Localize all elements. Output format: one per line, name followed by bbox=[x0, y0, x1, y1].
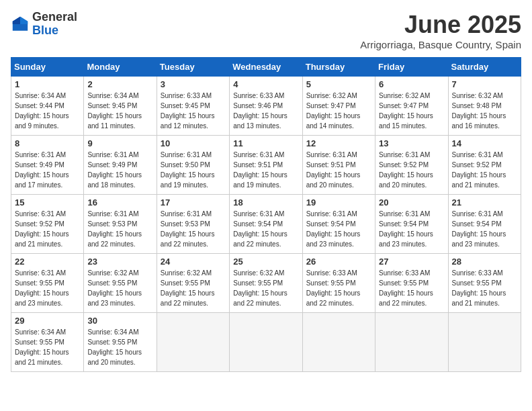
day-number: 22 bbox=[15, 257, 80, 267]
table-row: 23 Sunrise: 6:32 AM Sunset: 9:55 PM Dayl… bbox=[84, 254, 157, 313]
table-row: 1 Sunrise: 6:34 AM Sunset: 9:44 PM Dayli… bbox=[11, 77, 84, 136]
daylight: Daylight: 15 hours and 11 minutes. bbox=[87, 112, 142, 130]
day-info: Sunrise: 6:32 AM Sunset: 9:55 PM Dayligh… bbox=[233, 268, 298, 308]
sunrise: Sunrise: 6:33 AM bbox=[379, 269, 430, 277]
sunset: Sunset: 9:50 PM bbox=[161, 161, 210, 169]
day-number: 9 bbox=[87, 138, 152, 148]
table-row: 24 Sunrise: 6:32 AM Sunset: 9:55 PM Dayl… bbox=[157, 254, 229, 313]
sunset: Sunset: 9:54 PM bbox=[233, 220, 283, 228]
sunrise: Sunrise: 6:31 AM bbox=[452, 210, 503, 218]
sunrise: Sunrise: 6:32 AM bbox=[306, 92, 357, 99]
table-row: 3 Sunrise: 6:33 AM Sunset: 9:45 PM Dayli… bbox=[157, 77, 229, 136]
sunset: Sunset: 9:55 PM bbox=[15, 338, 64, 346]
day-number: 15 bbox=[15, 197, 80, 208]
table-row: 2 Sunrise: 6:34 AM Sunset: 9:45 PM Dayli… bbox=[84, 77, 157, 136]
sunrise: Sunrise: 6:31 AM bbox=[452, 151, 503, 158]
daylight: Daylight: 15 hours and 22 minutes. bbox=[306, 289, 361, 307]
day-number: 18 bbox=[233, 197, 298, 208]
table-row: 17 Sunrise: 6:31 AM Sunset: 9:53 PM Dayl… bbox=[157, 195, 229, 254]
day-info: Sunrise: 6:31 AM Sunset: 9:54 PM Dayligh… bbox=[233, 209, 298, 249]
day-number: 2 bbox=[87, 79, 152, 89]
table-row: 5 Sunrise: 6:32 AM Sunset: 9:47 PM Dayli… bbox=[302, 77, 375, 136]
sunset: Sunset: 9:46 PM bbox=[233, 102, 283, 109]
daylight: Daylight: 15 hours and 22 minutes. bbox=[379, 289, 433, 307]
sunset: Sunset: 9:51 PM bbox=[306, 161, 356, 169]
daylight: Daylight: 15 hours and 22 minutes. bbox=[233, 289, 287, 307]
sunset: Sunset: 9:47 PM bbox=[306, 102, 356, 109]
day-number: 21 bbox=[452, 197, 517, 208]
day-info: Sunrise: 6:31 AM Sunset: 9:54 PM Dayligh… bbox=[379, 209, 444, 249]
col-wednesday: Wednesday bbox=[230, 58, 302, 77]
table-row: 13 Sunrise: 6:31 AM Sunset: 9:52 PM Dayl… bbox=[375, 136, 448, 195]
weekday-header-row: Sunday Monday Tuesday Wednesday Thursday… bbox=[11, 58, 521, 77]
day-info: Sunrise: 6:34 AM Sunset: 9:44 PM Dayligh… bbox=[15, 91, 80, 131]
sunrise: Sunrise: 6:32 AM bbox=[379, 92, 430, 99]
table-row bbox=[157, 313, 229, 372]
day-number: 3 bbox=[161, 79, 226, 89]
sunset: Sunset: 9:52 PM bbox=[15, 220, 64, 228]
logo-blue: Blue bbox=[32, 24, 77, 38]
day-info: Sunrise: 6:31 AM Sunset: 9:54 PM Dayligh… bbox=[452, 209, 517, 249]
day-info: Sunrise: 6:31 AM Sunset: 9:51 PM Dayligh… bbox=[233, 150, 298, 190]
daylight: Daylight: 15 hours and 23 minutes. bbox=[87, 289, 142, 307]
day-info: Sunrise: 6:33 AM Sunset: 9:46 PM Dayligh… bbox=[233, 91, 298, 131]
sunrise: Sunrise: 6:31 AM bbox=[379, 210, 430, 218]
daylight: Daylight: 15 hours and 9 minutes. bbox=[15, 112, 69, 130]
table-row: 14 Sunrise: 6:31 AM Sunset: 9:52 PM Dayl… bbox=[448, 136, 521, 195]
day-info: Sunrise: 6:31 AM Sunset: 9:52 PM Dayligh… bbox=[452, 150, 517, 190]
daylight: Daylight: 15 hours and 21 minutes. bbox=[452, 171, 506, 189]
day-number: 5 bbox=[306, 79, 371, 89]
daylight: Daylight: 15 hours and 20 minutes. bbox=[379, 171, 433, 189]
daylight: Daylight: 15 hours and 12 minutes. bbox=[161, 112, 215, 130]
col-tuesday: Tuesday bbox=[157, 58, 229, 77]
table-row: 4 Sunrise: 6:33 AM Sunset: 9:46 PM Dayli… bbox=[230, 77, 302, 136]
table-row: 10 Sunrise: 6:31 AM Sunset: 9:50 PM Dayl… bbox=[157, 136, 229, 195]
col-thursday: Thursday bbox=[302, 58, 375, 77]
calendar-table: Sunday Monday Tuesday Wednesday Thursday… bbox=[11, 57, 521, 372]
table-row: 21 Sunrise: 6:31 AM Sunset: 9:54 PM Dayl… bbox=[448, 195, 521, 254]
sunset: Sunset: 9:55 PM bbox=[379, 279, 429, 287]
day-number: 13 bbox=[379, 138, 444, 148]
day-info: Sunrise: 6:32 AM Sunset: 9:48 PM Dayligh… bbox=[452, 91, 517, 131]
sunset: Sunset: 9:55 PM bbox=[87, 279, 137, 287]
day-info: Sunrise: 6:31 AM Sunset: 9:54 PM Dayligh… bbox=[306, 209, 371, 249]
table-row: 15 Sunrise: 6:31 AM Sunset: 9:52 PM Dayl… bbox=[11, 195, 84, 254]
sunset: Sunset: 9:54 PM bbox=[306, 220, 356, 228]
day-info: Sunrise: 6:33 AM Sunset: 9:55 PM Dayligh… bbox=[379, 268, 444, 308]
table-row: 22 Sunrise: 6:31 AM Sunset: 9:55 PM Dayl… bbox=[11, 254, 84, 313]
sunrise: Sunrise: 6:31 AM bbox=[87, 210, 138, 218]
day-info: Sunrise: 6:31 AM Sunset: 9:52 PM Dayligh… bbox=[15, 209, 80, 249]
daylight: Daylight: 15 hours and 15 minutes. bbox=[379, 112, 433, 130]
day-number: 11 bbox=[233, 138, 298, 148]
day-number: 1 bbox=[15, 79, 80, 89]
week-row-4: 22 Sunrise: 6:31 AM Sunset: 9:55 PM Dayl… bbox=[11, 254, 521, 313]
sunset: Sunset: 9:55 PM bbox=[161, 279, 210, 287]
sunset: Sunset: 9:47 PM bbox=[379, 102, 429, 109]
day-number: 30 bbox=[87, 316, 152, 326]
table-row: 25 Sunrise: 6:32 AM Sunset: 9:55 PM Dayl… bbox=[230, 254, 302, 313]
daylight: Daylight: 15 hours and 16 minutes. bbox=[452, 112, 506, 130]
day-info: Sunrise: 6:33 AM Sunset: 9:55 PM Dayligh… bbox=[452, 268, 517, 308]
day-info: Sunrise: 6:31 AM Sunset: 9:55 PM Dayligh… bbox=[15, 268, 80, 308]
sunrise: Sunrise: 6:34 AM bbox=[15, 92, 66, 99]
sunrise: Sunrise: 6:31 AM bbox=[15, 210, 66, 218]
day-info: Sunrise: 6:31 AM Sunset: 9:49 PM Dayligh… bbox=[15, 150, 80, 190]
day-info: Sunrise: 6:33 AM Sunset: 9:45 PM Dayligh… bbox=[161, 91, 226, 131]
day-info: Sunrise: 6:34 AM Sunset: 9:45 PM Dayligh… bbox=[87, 91, 152, 131]
table-row bbox=[230, 313, 302, 372]
sunrise: Sunrise: 6:32 AM bbox=[233, 269, 284, 277]
logo-icon bbox=[11, 15, 30, 34]
sunrise: Sunrise: 6:33 AM bbox=[233, 92, 284, 99]
sunset: Sunset: 9:54 PM bbox=[379, 220, 429, 228]
week-row-3: 15 Sunrise: 6:31 AM Sunset: 9:52 PM Dayl… bbox=[11, 195, 521, 254]
day-number: 27 bbox=[379, 257, 444, 267]
sunset: Sunset: 9:48 PM bbox=[452, 102, 502, 109]
sunrise: Sunrise: 6:31 AM bbox=[233, 151, 284, 158]
table-row: 30 Sunrise: 6:34 AM Sunset: 9:55 PM Dayl… bbox=[84, 313, 157, 372]
day-number: 24 bbox=[161, 257, 226, 267]
sunset: Sunset: 9:49 PM bbox=[15, 161, 64, 169]
sunrise: Sunrise: 6:31 AM bbox=[233, 210, 284, 218]
sunset: Sunset: 9:54 PM bbox=[452, 220, 502, 228]
daylight: Daylight: 15 hours and 22 minutes. bbox=[161, 230, 215, 248]
col-saturday: Saturday bbox=[448, 58, 521, 77]
